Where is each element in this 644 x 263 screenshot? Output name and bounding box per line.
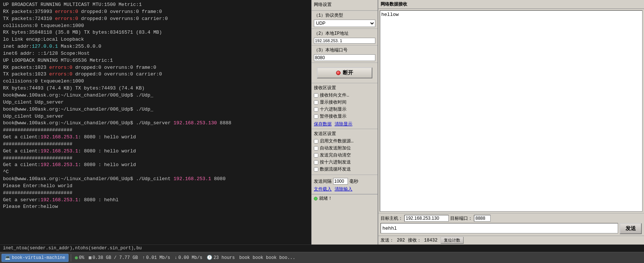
send-count: 202	[397, 238, 405, 243]
terminal-line: inet addr:127.0.0.1 Mask:255.0.0.0	[3, 43, 308, 50]
clock-icon: 🕐	[207, 255, 212, 260]
cpu-stat: 0%	[73, 255, 86, 260]
terminal-line: ########################	[3, 155, 308, 162]
hex-display-checkbox[interactable]	[314, 107, 318, 112]
app-label: book-virtual-machine	[12, 255, 65, 260]
target-host-input[interactable]	[404, 215, 449, 222]
checkbox-row-4: 暂停接收显示	[314, 113, 375, 119]
recv-to-file-label: 接收转向文件…	[320, 92, 349, 98]
app-icon: 💻	[5, 255, 10, 260]
clear-display-button[interactable]: 清除显示	[335, 121, 352, 127]
protocol-section: （1）协议类型 UDP TCP	[312, 11, 378, 29]
terminal-line: collisions:0 txqueuelen:1000	[3, 78, 308, 85]
checkbox-row-2: 显示接收时间	[314, 99, 375, 105]
send-checkbox-row-5: 数据流循环发送	[314, 166, 375, 172]
terminal-line: Please Enter:hellow	[3, 203, 308, 210]
terminal-line: Get a server:192.168.253.1: 8080 : hehhl	[3, 197, 308, 204]
taskbar-app-item[interactable]: 💻 book-virtual-machine	[1, 254, 69, 262]
ip-input[interactable]	[314, 38, 375, 44]
protocol-select[interactable]: UDP TCP	[314, 20, 375, 27]
disconnect-section: 断开	[312, 63, 378, 83]
ip-label: （2）本地IP地址	[314, 30, 375, 37]
content-area: UP BROADCAST RUNNING MULTICAST MTU:1500 …	[0, 0, 644, 245]
download-stat: ↓ 0.00 Mb/s	[173, 255, 204, 260]
checkbox-row-3: 十六进制显示	[314, 106, 375, 112]
status-bar-bottom: 发送： 202 接收： 18432 复位计数	[378, 236, 644, 245]
terminal-line: Get a cilent:192.168.253.1: 8080 : hello…	[3, 134, 308, 141]
download-icon: ↓	[175, 255, 177, 260]
protocol-label: （1）协议类型	[314, 12, 375, 18]
terminal-line: Get a cilent:192.168.253.1: 8080 : hello…	[3, 148, 308, 155]
interval-input[interactable]	[333, 178, 348, 185]
uptime-stat: 🕐 23 hours	[205, 255, 236, 260]
ip-section: （2）本地IP地址	[312, 29, 378, 45]
auto-add-bit-label: 自动发送附加位	[320, 145, 351, 151]
clear-input-button[interactable]: 清除输入	[335, 186, 352, 192]
terminal-line: ########################	[3, 127, 308, 134]
terminal-line: Get a cilent:192.168.253.1: 8080 : hello…	[3, 162, 308, 169]
terminal-line: TX packets:1023 errors:0 dropped:0 overr…	[3, 71, 308, 78]
target-port-input[interactable]	[474, 215, 491, 222]
send-text-row: 发送	[381, 223, 642, 234]
pause-display-label: 暂停接收显示	[320, 113, 346, 119]
download-value: 0.00 Mb/s	[178, 255, 202, 260]
disconnect-button[interactable]: 断开	[317, 67, 372, 78]
loop-send-checkbox[interactable]	[314, 167, 318, 172]
terminal-line: Udp_cilent Udp_server	[3, 113, 308, 120]
hex-display-label: 十六进制显示	[320, 106, 346, 112]
connected-dot-icon	[314, 197, 318, 200]
auto-add-bit-checkbox[interactable]	[314, 146, 318, 151]
terminal-line: book@www.100ask.org:~/Linux_chandler/006…	[3, 176, 308, 183]
terminal-line: ########################	[3, 190, 308, 197]
taskbar-divider-1	[71, 254, 71, 262]
receive-settings-title: 接收区设置	[314, 85, 375, 91]
terminal-line: RX packets:1023 errors:0 dropped:0 overr…	[3, 64, 308, 71]
reset-count-button[interactable]: 复位计数	[441, 237, 464, 244]
terminal-line: Please Enter:hello world	[3, 183, 308, 190]
cpu-status-icon	[75, 256, 78, 259]
send-text-input[interactable]	[381, 223, 618, 233]
send-checkbox-row-2: 自动发送附加位	[314, 145, 375, 151]
terminal-line: book@www.100ask.org:~/Linux_chandler/006…	[3, 106, 308, 113]
use-file-source-checkbox[interactable]	[314, 139, 318, 144]
uptime-value: 23 hours	[213, 255, 235, 260]
show-recv-time-checkbox[interactable]	[314, 100, 318, 105]
memory-stat: ▦ 0.38 GB / 7.77 GB	[87, 255, 139, 260]
port-input[interactable]	[314, 54, 375, 61]
book-items: book book book boo...	[238, 255, 297, 260]
receive-text-content: hellow	[381, 12, 399, 17]
save-data-button[interactable]: 保存数据	[314, 121, 332, 127]
auto-clear-checkbox[interactable]	[314, 153, 318, 158]
recv-to-file-checkbox[interactable]	[314, 93, 318, 98]
recv-count-label: 接收：	[408, 237, 421, 243]
interval-unit: 毫秒	[349, 178, 358, 185]
terminal-line: RX bytes:35848118 (35.8 MB) TX bytes:834…	[3, 29, 308, 36]
port-section: （3）本地端口号	[312, 45, 378, 63]
terminal-line: inet6 addr: ::1/128 Scope:Host	[3, 50, 308, 57]
taskbar: 💻 book-virtual-machine 0% ▦ 0.38 GB / 7.…	[0, 252, 644, 263]
cpu-percent: 0%	[79, 255, 84, 260]
hex-send-checkbox[interactable]	[314, 160, 318, 165]
send-link-row: 文件载入 清除输入	[314, 186, 375, 192]
connected-status: 就绪！	[312, 194, 378, 202]
terminal: UP BROADCAST RUNNING MULTICAST MTU:1500 …	[0, 0, 311, 245]
memory-value: 0.38 GB / 7.77 GB	[93, 255, 138, 260]
checkbox-row-1: 接收转向文件…	[314, 92, 375, 98]
memory-icon: ▦	[89, 255, 91, 260]
disconnect-label: 断开	[343, 70, 353, 76]
recv-count: 18432	[424, 238, 438, 243]
auto-clear-label: 发送完自动清空	[320, 152, 351, 158]
net-panel-header: 网络设置	[312, 0, 378, 11]
pause-display-checkbox[interactable]	[314, 114, 318, 119]
port-label: （3）本地端口号	[314, 47, 375, 53]
panel-title: 网络设置	[314, 1, 375, 8]
send-interval-section: 发送间隔 毫秒 文件载入 清除输入	[312, 175, 378, 194]
upload-icon: ↑	[142, 255, 145, 260]
hex-send-label: 按十六进制发送	[320, 159, 351, 165]
send-button[interactable]: 发送	[620, 223, 642, 234]
send-settings-section: 发送区设置 启用文件数据源… 自动发送附加位 发送完自动清空 按十六进制发送	[312, 129, 378, 175]
terminal-line: TX packets:724310 errors:0 dropped:0 ove…	[3, 16, 308, 23]
send-count-label: 发送：	[381, 237, 394, 243]
upload-stat: ↑ 0.01 Mb/s	[141, 255, 172, 260]
file-load-button[interactable]: 文件载入	[314, 186, 332, 192]
